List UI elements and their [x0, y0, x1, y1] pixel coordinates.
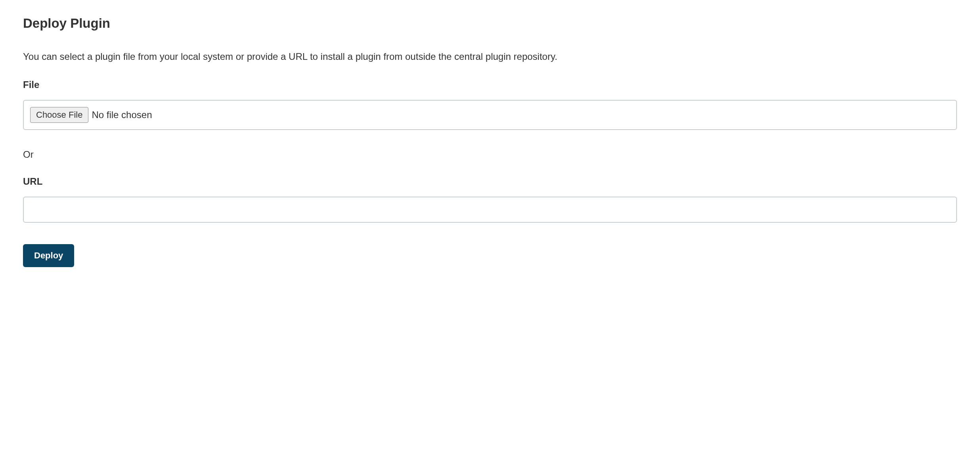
page-title: Deploy Plugin	[23, 16, 957, 31]
deploy-button[interactable]: Deploy	[23, 244, 74, 267]
file-input-container[interactable]: Choose File No file chosen	[23, 100, 957, 130]
file-status-text: No file chosen	[92, 109, 152, 120]
choose-file-button[interactable]: Choose File	[30, 107, 88, 123]
url-label: URL	[23, 176, 957, 187]
or-label: Or	[23, 149, 957, 160]
url-input[interactable]	[23, 197, 957, 223]
file-label: File	[23, 79, 957, 90]
description-text: You can select a plugin file from your l…	[23, 50, 957, 63]
